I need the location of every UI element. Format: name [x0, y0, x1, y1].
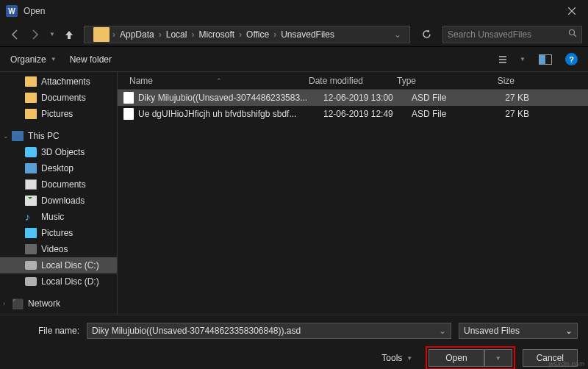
- filter-value: Unsaved Files: [464, 326, 520, 336]
- chevron-down-icon: ▼: [520, 56, 526, 62]
- close-button[interactable]: [555, 0, 588, 22]
- file-type: ASD File: [406, 109, 484, 119]
- chevron-right-icon: ›: [239, 29, 242, 40]
- crumb-microsoft[interactable]: Microsoft: [196, 29, 237, 40]
- sidebar-item-network[interactable]: ›⬛Network: [0, 295, 117, 312]
- column-type[interactable]: Type: [391, 76, 469, 86]
- titlebar: W Open: [0, 0, 588, 22]
- view-button[interactable]: ▼: [499, 54, 526, 65]
- videos-icon: [25, 244, 37, 254]
- search-icon: [568, 29, 577, 40]
- crumb-appdata[interactable]: AppData: [117, 29, 157, 40]
- file-date: 12-06-2019 12:49: [318, 109, 406, 119]
- arrow-left-icon: [10, 29, 20, 40]
- file-type-filter[interactable]: Unsaved Files ⌄: [459, 323, 578, 339]
- tools-button[interactable]: Tools ▼: [381, 353, 412, 363]
- documents-icon: [25, 179, 37, 190]
- preview-pane-button[interactable]: [539, 54, 552, 65]
- chevron-down-icon: ⌄: [3, 132, 9, 140]
- main-area: Attachments Documents Pictures ⌄This PC …: [0, 72, 588, 315]
- crumb-unsavedfiles[interactable]: UnsavedFiles: [278, 29, 337, 40]
- pictures-icon: [25, 228, 37, 238]
- arrow-right-icon: [30, 29, 40, 40]
- open-dropdown[interactable]: ▼: [484, 349, 512, 367]
- chevron-right-icon: ›: [112, 29, 115, 40]
- file-icon: [123, 108, 134, 120]
- forward-button[interactable]: [26, 26, 44, 43]
- chevron-right-icon: ›: [191, 29, 194, 40]
- up-button[interactable]: [60, 26, 78, 43]
- new-folder-button[interactable]: New folder: [70, 54, 112, 65]
- sort-caret-icon: ⌃: [216, 77, 222, 85]
- file-date: 12-06-2019 13:00: [318, 93, 406, 103]
- navigation-bar: ▼ › AppData › Local › Microsoft › Office…: [0, 22, 588, 47]
- chevron-down-icon: ▼: [495, 355, 501, 362]
- folder-icon: [25, 109, 37, 119]
- navigation-pane[interactable]: Attachments Documents Pictures ⌄This PC …: [0, 72, 118, 315]
- sidebar-item-desktop[interactable]: Desktop: [0, 160, 117, 176]
- chevron-down-icon: ⌄: [565, 326, 573, 336]
- sidebar-item-local-disc-c[interactable]: Local Disc (C:): [0, 257, 117, 273]
- chevron-down-icon: ⌄: [439, 326, 446, 336]
- file-size: 27 KB: [484, 109, 542, 119]
- search-input[interactable]: Search UnsavedFiles: [442, 26, 582, 43]
- sidebar-item-attachments[interactable]: Attachments: [0, 74, 117, 90]
- chevron-down-icon: ▼: [406, 355, 412, 362]
- file-name: Diky Milujubio((Unsaved-3074486233583...: [138, 93, 318, 103]
- file-list: Name⌃ Date modified Type Size Diky Miluj…: [118, 72, 588, 315]
- watermark: wsxdn.com: [548, 360, 585, 368]
- refresh-button[interactable]: [416, 29, 437, 39]
- 3d-objects-icon: [25, 147, 37, 157]
- file-icon: [123, 92, 134, 104]
- file-name: Ue dgUIHioJHficjh uh bfvdbshifgb sbdf...: [138, 109, 318, 119]
- sidebar-item-this-pc[interactable]: ⌄This PC: [0, 128, 117, 144]
- sidebar-item-pictures[interactable]: Pictures: [0, 106, 117, 122]
- word-app-icon: W: [6, 5, 18, 17]
- chevron-down-icon: ▼: [51, 56, 57, 62]
- drive-icon: [25, 277, 37, 286]
- column-date[interactable]: Date modified: [303, 76, 391, 86]
- network-icon: ⬛: [12, 298, 24, 309]
- address-bar[interactable]: › AppData › Local › Microsoft › Office ›…: [84, 26, 410, 43]
- sidebar-item-documents[interactable]: Documents: [0, 90, 117, 106]
- folder-icon: [93, 27, 110, 42]
- recent-dropdown[interactable]: ▼: [47, 26, 57, 43]
- file-row[interactable]: Ue dgUIHioJHficjh uh bfvdbshifgb sbdf...…: [118, 106, 588, 122]
- view-list-icon: [499, 54, 515, 65]
- folder-icon: [25, 76, 37, 87]
- crumb-office[interactable]: Office: [243, 29, 272, 40]
- bottom-panel: File name: Diky Milujubio((Unsaved-30744…: [0, 315, 588, 369]
- window-title: Open: [24, 6, 555, 16]
- sidebar-item-videos[interactable]: Videos: [0, 241, 117, 257]
- chevron-right-icon: ›: [3, 300, 5, 307]
- arrow-up-icon: [64, 29, 74, 40]
- sidebar-item-3d-objects[interactable]: 3D Objects: [0, 144, 117, 160]
- close-icon: [568, 7, 576, 15]
- help-button[interactable]: ?: [565, 53, 578, 65]
- desktop-icon: [25, 163, 37, 173]
- pc-icon: [12, 131, 24, 141]
- open-button[interactable]: Open: [429, 349, 484, 367]
- filename-input[interactable]: Diky Milujubio((Unsaved-3074486233583068…: [87, 323, 451, 339]
- sidebar-item-music[interactable]: ♪Music: [0, 209, 117, 225]
- column-size[interactable]: Size: [469, 76, 528, 86]
- file-type: ASD File: [406, 93, 484, 103]
- preview-pane-icon: [539, 54, 552, 65]
- organize-button[interactable]: Organize ▼: [10, 54, 57, 65]
- location-dropdown[interactable]: ⌄: [390, 29, 405, 40]
- chevron-right-icon: ›: [159, 29, 162, 40]
- chevron-right-icon: ›: [273, 29, 276, 40]
- sidebar-item-downloads[interactable]: Downloads: [0, 193, 117, 209]
- column-name[interactable]: Name⌃: [123, 76, 303, 86]
- filename-label: File name:: [10, 326, 79, 336]
- back-button[interactable]: [6, 26, 24, 43]
- sidebar-item-documents-pc[interactable]: Documents: [0, 176, 117, 193]
- search-placeholder: Search UnsavedFiles: [448, 29, 531, 40]
- sidebar-item-local-disc-d[interactable]: Local Disc (D:): [0, 273, 117, 290]
- folder-icon: [25, 93, 37, 103]
- sidebar-item-pictures-pc[interactable]: Pictures: [0, 225, 117, 241]
- file-size: 27 KB: [484, 93, 542, 103]
- column-headers: Name⌃ Date modified Type Size: [118, 72, 588, 90]
- crumb-local[interactable]: Local: [163, 29, 190, 40]
- file-row[interactable]: Diky Milujubio((Unsaved-3074486233583...…: [118, 90, 588, 106]
